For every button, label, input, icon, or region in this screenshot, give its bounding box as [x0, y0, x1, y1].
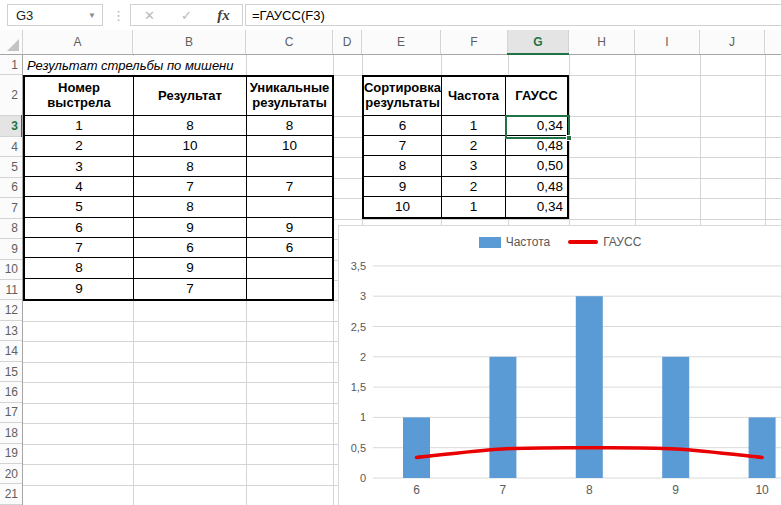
bar-9[interactable] — [662, 357, 689, 478]
table2-header-cell[interactable]: Сортировка результаты — [364, 77, 442, 116]
table1-cell[interactable] — [247, 157, 332, 177]
table1-cell[interactable]: 8 — [25, 258, 134, 278]
x-tick-label: 10 — [755, 483, 769, 497]
table2-cell[interactable]: 1 — [442, 197, 506, 217]
table1-header-cell[interactable]: Уникальные результаты — [247, 77, 332, 116]
table2-cell[interactable]: 3 — [442, 156, 506, 176]
y-tick-label: 2,5 — [351, 321, 366, 333]
bar-10[interactable] — [749, 417, 776, 478]
table1-cell[interactable]: 7 — [247, 177, 332, 197]
table2-cell[interactable]: 10 — [364, 197, 442, 217]
table2-cell[interactable]: 2 — [442, 136, 506, 156]
table1-cell[interactable]: 1 — [25, 116, 134, 136]
table1-cell[interactable]: 10 — [134, 136, 247, 156]
table1-cell[interactable]: 9 — [134, 218, 247, 238]
table1-header-cell[interactable]: Номер выстрела — [25, 77, 134, 116]
table1-cell[interactable] — [247, 258, 332, 278]
y-tick-label: 3 — [360, 290, 366, 302]
bar-8[interactable] — [576, 296, 603, 478]
table2-cell[interactable]: 2 — [442, 177, 506, 197]
sheet-content: Результат стрельбы по мишени Номер выстр… — [0, 0, 781, 505]
cell-a1-title[interactable]: Результат стрельбы по мишени — [23, 56, 246, 75]
table1-cell[interactable]: 8 — [247, 116, 332, 136]
table1-header-cell[interactable]: Результат — [134, 77, 247, 116]
table1-cell[interactable]: 9 — [25, 279, 134, 299]
x-tick-label: 8 — [586, 483, 593, 497]
table1-cell[interactable]: 8 — [134, 157, 247, 177]
table2-cell[interactable]: 9 — [364, 177, 442, 197]
table2-cell[interactable]: 7 — [364, 136, 442, 156]
table1-cell[interactable]: 6 — [134, 238, 247, 258]
table2-header-cell[interactable]: Частота — [442, 77, 506, 116]
table1-cell[interactable]: 8 — [134, 197, 247, 217]
y-tick-label: 3,5 — [351, 260, 366, 272]
x-tick-label: 6 — [413, 483, 420, 497]
embedded-chart[interactable]: ЧастотаГАУСС 00,511,522,533,5678910 — [338, 225, 781, 505]
table1-cell[interactable]: 7 — [25, 238, 134, 258]
chart-plot: 00,511,522,533,5678910 — [339, 226, 781, 505]
y-tick-label: 1 — [360, 411, 366, 423]
table1-cell[interactable]: 7 — [134, 279, 247, 299]
bar-7[interactable] — [489, 357, 516, 478]
table1-cell[interactable]: 8 — [134, 116, 247, 136]
table1-cell[interactable]: 7 — [134, 177, 247, 197]
table1-cell[interactable] — [247, 197, 332, 217]
table2-header-cell[interactable]: ГАУСС — [506, 77, 567, 116]
y-tick-label: 2 — [360, 351, 366, 363]
table2-cell[interactable]: 0,48 — [506, 177, 567, 197]
table1-cell[interactable]: 9 — [134, 258, 247, 278]
table1-cell[interactable]: 9 — [247, 218, 332, 238]
y-tick-label: 1,5 — [351, 381, 366, 393]
bar-6[interactable] — [403, 417, 430, 478]
excel-window: G3 ▼ ⋮ ✕ ✓ fx =ГАУСС(F3) ABCDEFGHIJ 1234… — [0, 0, 781, 505]
table2-cell[interactable]: 6 — [364, 116, 442, 136]
table1-cell[interactable]: 4 — [25, 177, 134, 197]
table2-cell[interactable]: 1 — [442, 116, 506, 136]
table1-cell[interactable]: 10 — [247, 136, 332, 156]
x-tick-label: 9 — [672, 483, 679, 497]
table1-cell[interactable]: 2 — [25, 136, 134, 156]
table1-cell[interactable]: 6 — [247, 238, 332, 258]
shots-table: Номер выстрелаРезультатУникальные резуль… — [23, 75, 334, 301]
y-tick-label: 0 — [360, 472, 366, 484]
y-tick-label: 0,5 — [351, 442, 366, 454]
table1-cell[interactable] — [247, 279, 332, 299]
x-tick-label: 7 — [500, 483, 507, 497]
table2-cell[interactable]: 0,34 — [506, 197, 567, 217]
frequency-table: Сортировка результатыЧастотаГАУСС610,347… — [362, 75, 569, 219]
table2-cell[interactable]: 0,34 — [506, 116, 567, 136]
table1-cell[interactable]: 6 — [25, 218, 134, 238]
table1-cell[interactable]: 5 — [25, 197, 134, 217]
table2-cell[interactable]: 0,50 — [506, 156, 567, 176]
table2-cell[interactable]: 0,48 — [506, 136, 567, 156]
table1-cell[interactable]: 3 — [25, 157, 134, 177]
table2-cell[interactable]: 8 — [364, 156, 442, 176]
